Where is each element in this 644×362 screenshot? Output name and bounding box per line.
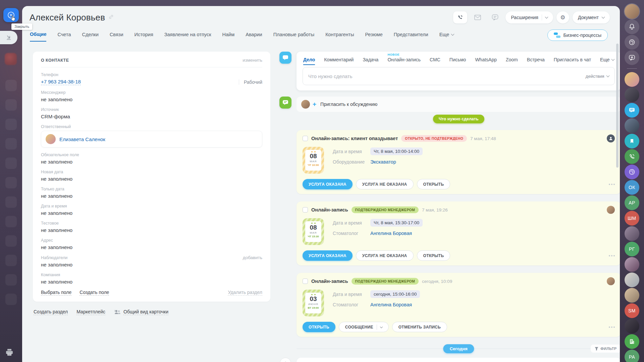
general-chat-button[interactable] <box>625 103 639 118</box>
service-rendered-button[interactable]: УСЛУГА ОКАЗАНА <box>303 250 353 261</box>
tab-accidents[interactable]: Аварии <box>246 32 262 41</box>
specialist-link[interactable]: Ангелина Боровая <box>370 302 412 307</box>
phone-icon <box>629 153 635 160</box>
chat-button[interactable] <box>488 11 502 23</box>
open-button[interactable]: ОТКРЫТЬ <box>417 250 450 261</box>
composer-tab-sms[interactable]: СМС <box>430 57 440 62</box>
activity-checkbox[interactable] <box>303 136 308 141</box>
more-menu-icon[interactable] <box>609 255 615 256</box>
copy-link-icon[interactable] <box>108 14 114 21</box>
settings-button[interactable]: ⚙ <box>556 11 569 23</box>
composer-tab-meeting[interactable]: Встреча <box>527 57 545 62</box>
tab-history[interactable]: История <box>135 32 153 41</box>
chat-initials[interactable]: ШМ <box>625 211 639 226</box>
actions-dropdown[interactable]: действия <box>586 74 609 79</box>
composer-tab-email[interactable]: Письмо <box>449 57 466 62</box>
chat-avatar[interactable] <box>625 273 639 287</box>
business-processes-button[interactable]: Бизнес-процессы <box>547 29 608 41</box>
plus-icon[interactable]: + <box>313 101 316 108</box>
composer-tab-whatsapp[interactable]: WhatsApp <box>475 57 497 62</box>
tab-more[interactable]: Еще <box>439 32 454 41</box>
chat-avatar[interactable] <box>625 257 639 272</box>
invite-to-discussion-row[interactable]: + Пригласить к обсуждению <box>297 97 620 112</box>
todo-input[interactable] <box>308 73 586 79</box>
saved-messages-button[interactable] <box>625 134 639 148</box>
open-button[interactable]: ОТКРЫТЬ <box>303 322 335 332</box>
activity-checkbox[interactable] <box>303 279 308 284</box>
composer-tab-deal[interactable]: Дело <box>303 57 315 62</box>
responsible-user-box[interactable]: Елизавета Саленок <box>41 131 262 147</box>
edit-link[interactable]: изменить <box>243 58 262 63</box>
email-button[interactable] <box>471 11 485 23</box>
chat-transfer-button[interactable] <box>625 50 639 65</box>
card-view-link[interactable]: Общий вид карточки <box>114 309 168 315</box>
chat-avatar[interactable] <box>625 87 639 102</box>
chat-avatar[interactable] <box>625 118 639 133</box>
chevron-down-icon <box>606 74 609 77</box>
company-structure-button[interactable] <box>625 334 639 349</box>
tab-representatives[interactable]: Представители <box>394 32 428 41</box>
more-menu-icon[interactable] <box>609 326 615 328</box>
chevron-down-icon <box>451 33 454 36</box>
tab-general[interactable]: Общие <box>30 32 46 42</box>
chat-avatar[interactable] <box>625 72 639 87</box>
create-field-link[interactable]: Создать поле <box>79 290 109 296</box>
today-divider: Сегодня ФИЛЬТР <box>297 344 620 354</box>
resource-link[interactable]: Экскаватор <box>370 159 396 165</box>
more-menu-icon[interactable] <box>609 184 615 185</box>
chat-avatar[interactable] <box>625 226 639 241</box>
history-spiral-button[interactable] <box>625 35 639 50</box>
today-pill[interactable]: Сегодня <box>443 344 474 353</box>
activity-checkbox[interactable] <box>303 207 308 213</box>
open-button[interactable]: ОТКРЫТЬ <box>417 179 450 189</box>
channel-spiral-button[interactable] <box>625 165 639 179</box>
tab-resume[interactable]: Резюме <box>365 32 383 41</box>
composer-tab-invite-to-chat[interactable]: Пригласить в чат <box>554 57 591 62</box>
notifications-button[interactable] <box>625 19 639 34</box>
extensions-button[interactable]: Расширения <box>505 11 553 23</box>
select-field-link[interactable]: Выбрать поле <box>41 290 71 296</box>
chat-initials[interactable]: РГ <box>625 242 639 256</box>
tab-deals[interactable]: Сделки <box>82 32 98 41</box>
message-dropdown-button[interactable]: СООБЩЕНИЕ <box>339 322 389 332</box>
composer-tab-zoom[interactable]: Zoom <box>506 57 518 62</box>
call-button[interactable] <box>453 11 467 23</box>
chat-initials[interactable]: SM <box>625 303 639 318</box>
document-button[interactable]: Документ <box>573 11 610 23</box>
composer-tab-more[interactable]: Еще <box>600 57 614 62</box>
chat-avatar[interactable] <box>625 319 639 334</box>
cancel-booking-button[interactable]: ОТМЕНИТЬ ЗАПИСЬ <box>392 322 447 332</box>
tab-vacation-request[interactable]: Заявление на отпуск <box>164 32 211 41</box>
phone-link[interactable]: +7 963 294-38-18 <box>41 79 81 85</box>
tab-hiring[interactable]: Найм <box>222 32 235 41</box>
chat-initials[interactable]: АР <box>625 195 639 210</box>
chat-initials[interactable]: ОК <box>625 180 639 195</box>
chat-avatar[interactable] <box>625 288 639 303</box>
add-observer-link[interactable]: добавить <box>243 255 262 260</box>
filter-button[interactable]: ФИЛЬТР <box>591 345 620 353</box>
create-section-link[interactable]: Создать раздел <box>34 309 68 315</box>
tab-relations[interactable]: Связи <box>110 32 123 41</box>
timeline-column: Дело Комментарий Задача НОВОЕ Онлайн-зап… <box>279 52 620 362</box>
scrollbar-thumb[interactable] <box>616 44 619 168</box>
responsible-name-link[interactable]: Елизавета Саленок <box>59 136 105 142</box>
chat-initials[interactable]: РА <box>625 350 639 362</box>
service-not-rendered-button[interactable]: УСЛУГА НЕ ОКАЗАНА <box>356 179 414 189</box>
composer-tab-task[interactable]: Задача <box>363 57 378 62</box>
printer-icon[interactable] <box>5 349 13 357</box>
service-rendered-button[interactable]: УСЛУГА ОКАЗАНА <box>303 179 353 189</box>
tab-counterparties[interactable]: Контрагенты <box>325 32 354 41</box>
new-badge: НОВОЕ <box>387 53 399 56</box>
service-not-rendered-button[interactable]: УСЛУГА НЕ ОКАЗАНА <box>356 250 414 261</box>
specialist-link[interactable]: Ангелина Боровая <box>370 231 412 236</box>
composer-tab-comment[interactable]: Комментарий <box>324 57 354 62</box>
delete-section-link[interactable]: Удалить раздел <box>228 290 262 296</box>
section-title: О КОНТАКТЕ <box>41 58 69 63</box>
collapse-slider-button[interactable] <box>0 31 17 44</box>
composer-tab-online-booking[interactable]: НОВОЕ Онлайн-запись <box>387 57 421 62</box>
tab-invoices[interactable]: Счета <box>57 32 71 41</box>
tab-planned-works[interactable]: Плановые работы <box>273 32 314 41</box>
calls-button[interactable] <box>625 149 639 164</box>
current-user-avatar[interactable] <box>625 4 639 19</box>
marketplace-link[interactable]: Маркетплейс <box>76 309 105 315</box>
